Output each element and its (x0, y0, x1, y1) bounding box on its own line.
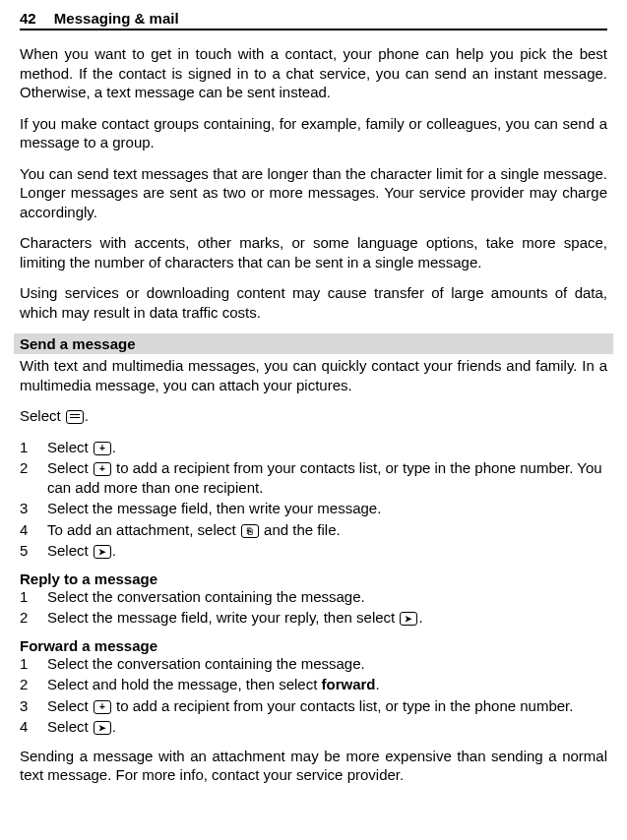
f4-pre: Select (47, 718, 93, 735)
send-icon (94, 721, 111, 735)
forward-keyword: forward (322, 676, 376, 692)
intro-p1: When you want to get in touch with a con… (20, 44, 607, 102)
fwd-step-3: Select to add a recipient from your cont… (20, 696, 607, 716)
forward-steps: Select the conversation containing the m… (20, 654, 607, 737)
s4-pre: To add an attachment, select (47, 521, 240, 538)
page-number: 42 (20, 10, 36, 27)
f2-post: . (376, 676, 380, 692)
intro-p3: You can send text messages that are long… (20, 164, 607, 222)
f2-pre: Select and hold the message, then select (47, 676, 322, 692)
s4-post: and the file. (260, 521, 341, 538)
add-recipient-icon (94, 700, 111, 714)
select-post: . (85, 407, 89, 424)
select-pre: Select (20, 407, 65, 424)
f4-post: . (112, 718, 116, 735)
send-icon (400, 612, 417, 626)
s2-pre: Select (47, 459, 93, 476)
reply-steps: Select the conversation containing the m… (20, 587, 607, 628)
fwd-step-4: Select . (20, 717, 607, 737)
send-icon (94, 545, 111, 559)
send-step-4: To add an attachment, select and the fil… (20, 520, 607, 540)
page-title: Messaging & mail (54, 10, 179, 27)
send-step-1: Select . (20, 438, 607, 457)
new-message-icon (94, 442, 111, 455)
s2-post: to add a recipient from your contacts li… (47, 459, 602, 496)
messaging-icon (66, 410, 84, 424)
intro-p4: Characters with accents, other marks, or… (20, 233, 607, 271)
send-step-3: Select the message field, then write you… (20, 499, 607, 518)
add-recipient-icon (94, 462, 111, 476)
reply-step-2: Select the message field, write your rep… (20, 608, 607, 628)
page-header: 42 Messaging & mail (20, 10, 607, 30)
s5-pre: Select (47, 542, 93, 559)
r2-post: . (418, 609, 422, 626)
send-steps: Select . Select to add a recipient from … (20, 438, 607, 561)
reply-step-1: Select the conversation containing the m… (20, 587, 607, 607)
s1-pre: Select (47, 439, 93, 455)
reply-heading: Reply to a message (20, 570, 607, 587)
send-intro: With text and multimedia messages, you c… (20, 356, 607, 394)
send-heading: Send a message (14, 333, 613, 354)
r2-pre: Select the message field, write your rep… (47, 609, 399, 626)
f3-pre: Select (47, 697, 93, 714)
fwd-step-2: Select and hold the message, then select… (20, 675, 607, 694)
intro-p5: Using services or downloading content ma… (20, 283, 607, 322)
footnote: Sending a message with an attachment may… (20, 747, 607, 785)
f3-post: to add a recipient from your contacts li… (112, 697, 574, 714)
forward-heading: Forward a message (20, 637, 607, 654)
intro-p2: If you make contact groups containing, f… (20, 114, 607, 152)
attachment-icon (241, 524, 259, 538)
select-line: Select . (20, 406, 607, 426)
send-step-2: Select to add a recipient from your cont… (20, 458, 607, 497)
s5-post: . (112, 542, 116, 559)
s1-post: . (112, 439, 116, 455)
fwd-step-1: Select the conversation containing the m… (20, 654, 607, 674)
send-step-5: Select . (20, 541, 607, 561)
